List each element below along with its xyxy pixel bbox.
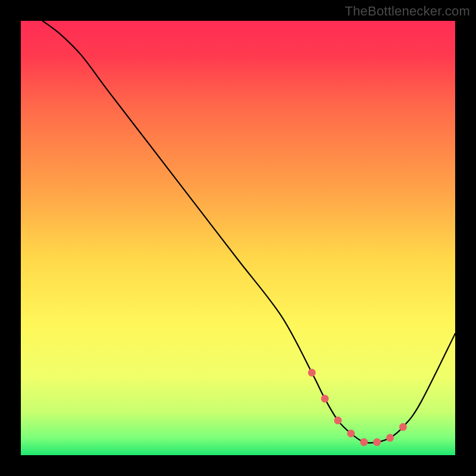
optimal-marker <box>399 423 407 431</box>
optimal-marker <box>373 439 381 446</box>
watermark-text: TheBottlenecker.com <box>345 4 470 19</box>
chart-svg <box>21 21 455 455</box>
optimal-marker <box>360 439 368 446</box>
chart-container: TheBottlenecker.com <box>0 0 476 476</box>
optimal-marker <box>308 369 316 377</box>
optimal-marker <box>334 416 342 424</box>
optimal-marker <box>386 434 394 441</box>
optimal-marker <box>321 395 329 403</box>
plot-area <box>21 21 455 455</box>
gradient-background <box>21 21 455 455</box>
optimal-marker <box>347 430 355 437</box>
